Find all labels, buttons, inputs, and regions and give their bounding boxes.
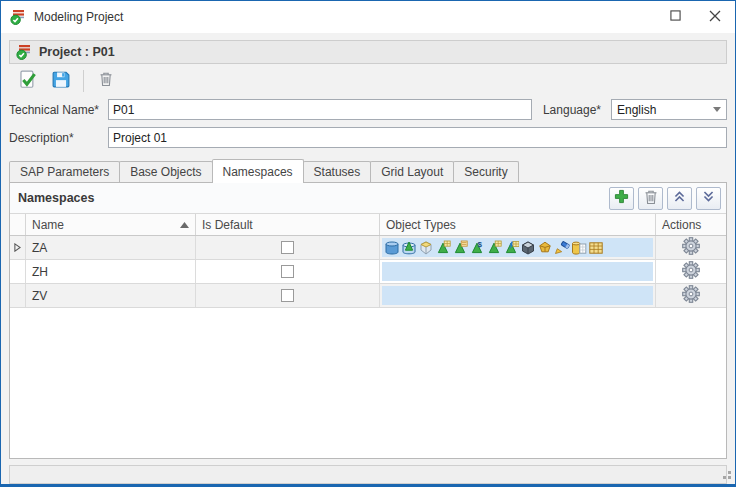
namespaces-table: NameIs DefaultObject TypesActions ZA$ZHZ…: [10, 214, 726, 458]
project-form: Technical Name* Language* English Descri…: [9, 99, 727, 155]
tree-formula-icon: [503, 240, 519, 256]
tab-base-objects[interactable]: Base Objects: [119, 161, 212, 182]
tab-namespaces[interactable]: Namespaces: [212, 159, 304, 183]
tab-statuses[interactable]: Statuses: [303, 161, 372, 182]
close-icon: [709, 10, 721, 25]
namespaces-panel-buttons: [605, 187, 721, 210]
window-title: Modeling Project: [34, 10, 123, 24]
form-row-2: Description*: [9, 127, 727, 148]
tree-currency-icon: $: [469, 240, 485, 256]
namespace-name: ZH: [32, 265, 48, 279]
cone-cylinder-icon: [401, 240, 417, 256]
sort-asc-icon: [180, 222, 191, 228]
gear-icon: [682, 261, 700, 282]
grid-table-icon: [588, 240, 604, 256]
column-header-is-default[interactable]: Is Default: [196, 214, 380, 235]
add-button[interactable]: [609, 187, 634, 210]
object-types-editor: $: [382, 238, 653, 257]
titlebar-buttons: [655, 1, 735, 33]
tab-sap-parameters[interactable]: SAP Parameters: [9, 161, 120, 182]
table-body: ZA$ZHZV: [10, 236, 726, 308]
tab-security[interactable]: Security: [453, 161, 518, 182]
row-selector-cell[interactable]: [10, 284, 26, 307]
description-label: Description*: [9, 131, 108, 145]
is-default-checkbox[interactable]: [281, 289, 294, 302]
technical-name-input[interactable]: [108, 99, 532, 120]
language-value: English: [617, 103, 656, 117]
bottom-strip: [9, 465, 727, 484]
column-header-object-types[interactable]: Object Types: [380, 214, 656, 235]
technical-name-label: Technical Name*: [9, 103, 108, 117]
namespaces-panel-header: Namespaces: [10, 183, 726, 214]
language-select[interactable]: English: [611, 99, 727, 120]
tab-strip: SAP ParametersBase ObjectsNamespacesStat…: [9, 159, 727, 182]
namespace-name: ZA: [32, 241, 47, 255]
table-row-zv[interactable]: ZV: [10, 284, 726, 308]
table-row-zh[interactable]: ZH: [10, 260, 726, 284]
table-empty-area: [10, 308, 726, 458]
svg-text:$: $: [478, 240, 483, 249]
object-types-editor: [382, 286, 653, 305]
column-label: Object Types: [386, 218, 456, 232]
database-cylinder-icon: [384, 240, 400, 256]
row-selector-cell[interactable]: [10, 236, 26, 259]
maximize-button[interactable]: [655, 1, 695, 33]
row-actions-button[interactable]: [682, 261, 700, 282]
column-label: Is Default: [202, 218, 253, 232]
actions-cell: [656, 260, 726, 283]
gem-icon: [537, 240, 553, 256]
column-label: Actions: [662, 218, 701, 232]
package-icon: [520, 240, 536, 256]
resize-grip[interactable]: [719, 467, 732, 483]
delete-button[interactable]: [92, 67, 120, 95]
object-types-cell[interactable]: [380, 284, 656, 307]
gear-icon: [682, 237, 700, 258]
delete-button[interactable]: [638, 187, 663, 210]
tree-grid-icon: [435, 240, 451, 256]
object-types-cell[interactable]: $: [380, 236, 656, 259]
description-input[interactable]: [108, 127, 727, 148]
project-header: Project : P01: [9, 40, 727, 64]
row-selector-header: [10, 214, 26, 235]
table-header-row: NameIs DefaultObject TypesActions: [10, 214, 726, 236]
language-label: Language*: [543, 103, 611, 117]
tab-grid-layout[interactable]: Grid Layout: [370, 161, 454, 182]
actions-cell: [656, 236, 726, 259]
chevrons-down-icon: [702, 190, 715, 206]
namespaces-panel: Namespaces NameIs DefaultObject TypesAct…: [9, 182, 727, 459]
row-actions-button[interactable]: [682, 237, 700, 258]
move-up-button[interactable]: [667, 187, 692, 210]
column-header-actions[interactable]: Actions: [656, 214, 726, 235]
is-default-checkbox[interactable]: [281, 241, 294, 254]
pointer-pen-icon: [554, 240, 570, 256]
namespaces-panel-title: Namespaces: [18, 191, 94, 205]
name-cell[interactable]: ZH: [26, 260, 196, 283]
namespace-name: ZV: [32, 289, 47, 303]
chevron-down-icon: [713, 107, 721, 112]
is-default-cell: [196, 260, 380, 283]
row-actions-button[interactable]: [682, 285, 700, 306]
trash-icon: [98, 71, 114, 90]
is-default-checkbox[interactable]: [281, 265, 294, 278]
validate-button[interactable]: [13, 67, 41, 95]
save-icon: [52, 70, 70, 91]
column-header-name[interactable]: Name: [26, 214, 196, 235]
toolbar-separator: [83, 70, 84, 92]
check-document-icon: [18, 70, 37, 92]
table-row-za[interactable]: ZA$: [10, 236, 726, 260]
name-cell[interactable]: ZA: [26, 236, 196, 259]
expand-arrow-icon: [14, 241, 21, 255]
close-button[interactable]: [695, 1, 735, 33]
is-default-cell: [196, 284, 380, 307]
dialog-body: Project : P01 Technical Name* Language* …: [1, 33, 735, 484]
object-types-cell[interactable]: [380, 260, 656, 283]
tree-grid2-icon: [486, 240, 502, 256]
modeling-project-icon: [10, 9, 26, 25]
modeling-project-window: Modeling Project Project : P01 Technical…: [0, 0, 736, 487]
gear-icon: [682, 285, 700, 306]
column-label: Name: [32, 218, 64, 232]
row-selector-cell[interactable]: [10, 260, 26, 283]
save-button[interactable]: [47, 67, 75, 95]
name-cell[interactable]: ZV: [26, 284, 196, 307]
move-down-button[interactable]: [696, 187, 721, 210]
